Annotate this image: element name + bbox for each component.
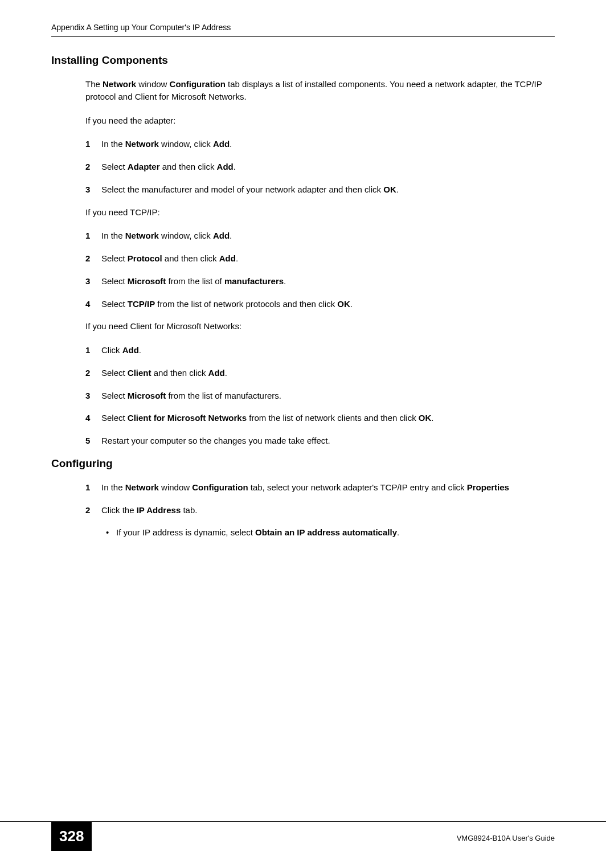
text-bold: Add [213,231,230,240]
step-number: 3 [85,183,101,196]
list-item: 1 In the Network window, click Add. [85,230,555,242]
text: . [236,253,238,263]
step-number: 2 [85,504,101,517]
text-bold: IP Address [137,505,181,515]
text-bold: OK [337,299,350,309]
list-item: 2 Click the IP Address tab. [85,504,555,517]
text: from the list of network protocols and t… [155,299,337,309]
text-bold: OK [383,185,396,194]
text: Select [101,413,128,423]
step-number: 4 [85,298,101,310]
adapter-steps-list: 1 In the Network window, click Add. 2 Se… [85,138,555,218]
text: The [85,79,103,89]
text: In the [101,139,125,149]
configuring-heading: Configuring [51,457,555,470]
list-item: 4 Select TCP/IP from the list of network… [85,298,555,310]
text: from the list of [166,276,224,286]
text: Select [101,276,128,286]
text: tab, select your network adapter's TCP/I… [248,482,467,492]
text: In the [101,231,125,240]
step-content: Click Add. [101,344,555,357]
text: Select [101,162,128,171]
text-bold: OK [419,413,432,423]
bullet-dot: • [106,526,116,539]
list-item: 3 Select the manufacturer and model of y… [85,183,555,196]
step-content: Click the IP Address tab. [101,504,555,517]
need-adapter-text: If you need the adapter: [85,114,555,127]
text: If your IP address is dynamic, select [116,527,255,537]
text-bold: Add [122,345,139,355]
text-bold: Add [217,162,234,171]
text-bold: Network [125,139,159,149]
text-bold: Microsoft [128,276,166,286]
step-number: 4 [85,412,101,424]
list-item: 1 In the Network window, click Add. [85,138,555,150]
configuring-steps-list: 1 In the Network window Configuration ta… [85,481,555,539]
text: Select [101,368,128,378]
installing-intro: The Network window Configuration tab dis… [85,78,555,103]
list-item: 2 Select Adapter and then click Add. [85,161,555,173]
installing-heading: Installing Components [51,54,555,67]
list-item: 4 Select Client for Microsoft Networks f… [85,412,555,424]
step-content: Select Client and then click Add. [101,367,555,379]
list-item: 2 Select Protocol and then click Add. [85,252,555,265]
text: and then click [160,162,217,171]
step-content: Select TCP/IP from the list of network p… [101,298,555,310]
text: In the [101,482,125,492]
text: from the list of network clients and the… [247,413,419,423]
text-bold: Network [103,79,136,89]
text: and then click [152,368,208,378]
text: Select [101,253,128,263]
text: . [350,299,353,309]
need-client-text: If you need Client for Microsoft Network… [85,320,555,333]
text: Select the manufacturer and model of you… [101,185,383,194]
text: window [136,79,169,89]
text-bold: Network [125,231,159,240]
page-number: 328 [51,822,92,851]
step-number: 1 [85,344,101,357]
text: . [225,368,227,378]
list-item: 3 Select Microsoft from the list of manu… [85,390,555,402]
text: and then click [162,253,219,263]
text-bold: Add [213,139,230,149]
step-number: 1 [85,481,101,494]
step-content: Select Client for Microsoft Networks fro… [101,412,555,424]
text: . [431,413,433,423]
text: Select [101,299,128,309]
text: . [139,345,141,355]
text: Select [101,391,128,400]
text: . [230,231,232,240]
text-bold: Add [219,253,236,263]
step-content: Select Adapter and then click Add. [101,161,555,173]
text-bold: Configuration [170,79,226,89]
list-item: 3 Select Microsoft from the list of manu… [85,275,555,288]
text: Click [101,345,122,355]
step-number: 5 [85,435,101,447]
step-content: In the Network window, click Add. [101,230,555,242]
text-bold: Obtain an IP address automatically [255,527,397,537]
text: Restart your computer so the changes you… [101,436,330,445]
text-bold: manufacturers [224,276,284,286]
step-number: 1 [85,230,101,242]
tcpip-steps-list: 1 In the Network window, click Add. 2 Se… [85,230,555,333]
text-bold: Add [208,368,225,378]
step-number: 1 [85,138,101,150]
list-item: 1 In the Network window Configuration ta… [85,481,555,494]
step-content: Select Microsoft from the list of manufa… [101,390,555,402]
text: from the list of manufacturers. [166,391,281,400]
text: tab. [181,505,197,515]
text-bold: Protocol [128,253,162,263]
text-bold: Adapter [128,162,160,171]
page-footer: 328 VMG8924-B10A User's Guide [0,821,606,851]
text-bold: Properties [467,482,509,492]
step-number: 2 [85,367,101,379]
text: . [230,139,232,149]
step-number: 2 [85,161,101,173]
text-bold: Configuration [192,482,248,492]
text: . [284,276,286,286]
text-bold: Client for Microsoft Networks [128,413,247,423]
step-number: 3 [85,390,101,402]
text: . [396,185,399,194]
header-title: Appendix A Setting up Your Computer's IP… [51,23,555,37]
text: Click the [101,505,137,515]
